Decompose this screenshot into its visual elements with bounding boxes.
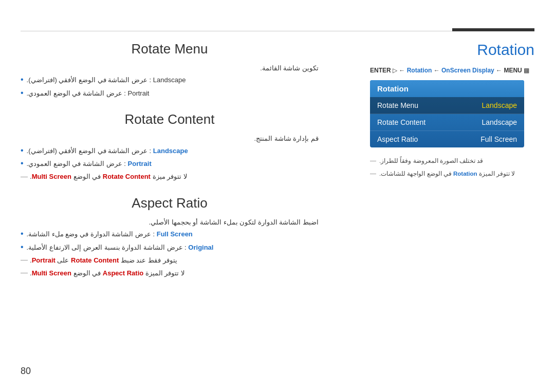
notes-section: قد تختلف الصورة المعروضة وفقاً للطراز. ل… — [370, 156, 534, 179]
osd-panel: Rotation Rotate Menu Landscape Rotate Co… — [370, 80, 524, 147]
page-number: 80 — [21, 366, 31, 377]
osd-value-rotate-content: Landscape — [482, 118, 517, 126]
osd-row-rotate-menu[interactable]: Rotate Menu Landscape — [370, 97, 524, 114]
rotation-title: Rotation — [370, 41, 534, 59]
osd-value-aspect-ratio: Full Screen — [480, 135, 517, 143]
rotate-menu-content: تكوين شاشة القائمة. Landscape : عرض الشا… — [21, 62, 319, 99]
rotate-content-title: Rotate Content — [21, 111, 319, 127]
right-content: Rotation ENTER ▷ ← Rotation ← OnScreen D… — [370, 41, 534, 181]
rotate-content-section: Rotate Content قم بإدارة شاشة المنتج. La… — [21, 111, 319, 183]
osd-panel-header: Rotation — [370, 80, 524, 97]
osd-label-rotate-menu: Rotate Menu — [377, 101, 418, 109]
note-2: لا تتوفر الميزة Rotation في الوضع الواجه… — [370, 169, 534, 179]
aspect-ratio-title: Aspect Ratio — [21, 195, 319, 211]
osd-label-rotate-content: Rotate Content — [377, 118, 425, 126]
osd-row-aspect-ratio[interactable]: Aspect Ratio Full Screen — [370, 131, 524, 147]
rotate-menu-section: Rotate Menu تكوين شاشة القائمة. Landscap… — [21, 41, 319, 99]
left-content: Rotate Menu تكوين شاشة القائمة. Landscap… — [21, 41, 319, 292]
breadcrumb: ENTER ▷ ← Rotation ← OnScreen Display ← … — [370, 67, 534, 74]
top-right-bar — [452, 28, 534, 31]
rotate-content-body: قم بإدارة شاشة المنتج. Landscape : عرض ا… — [21, 133, 319, 183]
aspect-ratio-body: اضبط الشاشة الدوارة لتكون بملء الشاشة أو… — [21, 216, 319, 279]
osd-value-rotate-menu: Landscape — [482, 101, 517, 109]
rotate-menu-title: Rotate Menu — [21, 41, 319, 57]
note-1: قد تختلف الصورة المعروضة وفقاً للطراز. — [370, 156, 534, 166]
aspect-ratio-section: Aspect Ratio اضبط الشاشة الدوارة لتكون ب… — [21, 195, 319, 279]
osd-row-rotate-content[interactable]: Rotate Content Landscape — [370, 114, 524, 131]
osd-label-aspect-ratio: Aspect Ratio — [377, 135, 418, 143]
